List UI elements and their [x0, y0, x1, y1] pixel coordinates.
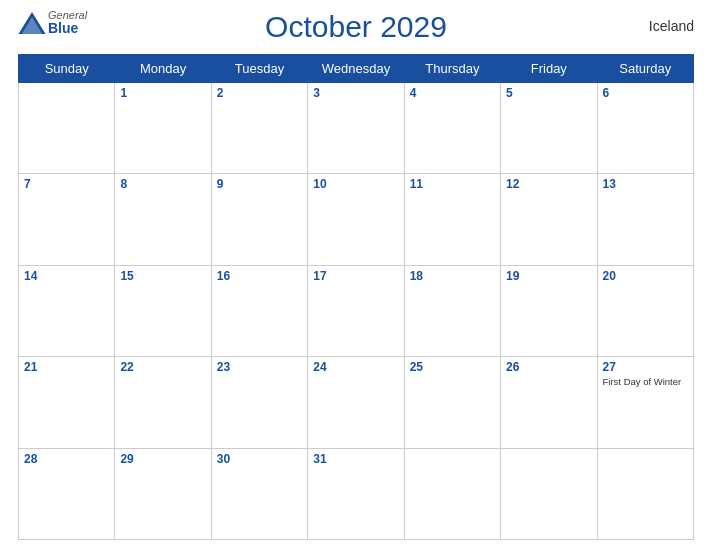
day-number: 10 [313, 177, 326, 191]
calendar-cell [19, 83, 115, 174]
day-number: 14 [24, 269, 37, 283]
calendar-cell: 10 [308, 174, 404, 265]
calendar-cell: 5 [501, 83, 597, 174]
calendar-table: Sunday Monday Tuesday Wednesday Thursday… [18, 54, 694, 540]
calendar-cell: 9 [211, 174, 307, 265]
calendar-cell: 28 [19, 448, 115, 539]
day-number: 17 [313, 269, 326, 283]
country-label: Iceland [649, 18, 694, 34]
col-thursday: Thursday [404, 55, 500, 83]
calendar-cell: 26 [501, 357, 597, 448]
calendar-cell: 12 [501, 174, 597, 265]
day-number: 9 [217, 177, 224, 191]
calendar-cell [404, 448, 500, 539]
calendar-week-row: 14151617181920 [19, 265, 694, 356]
day-number: 13 [603, 177, 616, 191]
calendar-cell [501, 448, 597, 539]
day-number: 26 [506, 360, 519, 374]
day-number: 23 [217, 360, 230, 374]
day-number: 24 [313, 360, 326, 374]
day-number: 4 [410, 86, 417, 100]
col-saturday: Saturday [597, 55, 693, 83]
calendar-cell: 21 [19, 357, 115, 448]
calendar-week-row: 21222324252627First Day of Winter [19, 357, 694, 448]
calendar-cell: 14 [19, 265, 115, 356]
calendar-cell: 20 [597, 265, 693, 356]
day-number: 11 [410, 177, 423, 191]
calendar-cell: 16 [211, 265, 307, 356]
logo: General Blue [18, 10, 87, 35]
calendar-cell [597, 448, 693, 539]
calendar-cell: 17 [308, 265, 404, 356]
day-number: 1 [120, 86, 127, 100]
day-number: 31 [313, 452, 326, 466]
calendar-cell: 24 [308, 357, 404, 448]
calendar-week-row: 78910111213 [19, 174, 694, 265]
day-number: 18 [410, 269, 423, 283]
col-tuesday: Tuesday [211, 55, 307, 83]
day-number: 28 [24, 452, 37, 466]
calendar-cell: 1 [115, 83, 211, 174]
day-number: 25 [410, 360, 423, 374]
day-number: 30 [217, 452, 230, 466]
day-number: 7 [24, 177, 31, 191]
day-number: 27 [603, 360, 616, 374]
calendar-cell: 31 [308, 448, 404, 539]
calendar-cell: 18 [404, 265, 500, 356]
calendar-cell: 29 [115, 448, 211, 539]
day-number: 16 [217, 269, 230, 283]
col-friday: Friday [501, 55, 597, 83]
calendar-cell: 27First Day of Winter [597, 357, 693, 448]
calendar-cell: 15 [115, 265, 211, 356]
calendar-cell: 19 [501, 265, 597, 356]
calendar-event: First Day of Winter [603, 376, 688, 387]
day-number: 22 [120, 360, 133, 374]
day-number: 6 [603, 86, 610, 100]
calendar-cell: 7 [19, 174, 115, 265]
col-wednesday: Wednesday [308, 55, 404, 83]
day-number: 12 [506, 177, 519, 191]
col-sunday: Sunday [19, 55, 115, 83]
calendar-cell: 25 [404, 357, 500, 448]
day-number: 19 [506, 269, 519, 283]
calendar-cell: 2 [211, 83, 307, 174]
logo-blue-text: Blue [48, 21, 87, 35]
day-number: 3 [313, 86, 320, 100]
day-number: 2 [217, 86, 224, 100]
day-number: 5 [506, 86, 513, 100]
calendar-cell: 3 [308, 83, 404, 174]
calendar-cell: 23 [211, 357, 307, 448]
calendar-week-row: 28293031 [19, 448, 694, 539]
calendar-cell: 11 [404, 174, 500, 265]
calendar-header-row: Sunday Monday Tuesday Wednesday Thursday… [19, 55, 694, 83]
calendar-cell: 6 [597, 83, 693, 174]
calendar-cell: 4 [404, 83, 500, 174]
calendar-week-row: 123456 [19, 83, 694, 174]
calendar-title: October 2029 [265, 10, 447, 44]
col-monday: Monday [115, 55, 211, 83]
calendar-cell: 30 [211, 448, 307, 539]
calendar-cell: 8 [115, 174, 211, 265]
day-number: 20 [603, 269, 616, 283]
day-number: 15 [120, 269, 133, 283]
day-number: 29 [120, 452, 133, 466]
calendar-cell: 22 [115, 357, 211, 448]
calendar-cell: 13 [597, 174, 693, 265]
day-number: 8 [120, 177, 127, 191]
day-number: 21 [24, 360, 37, 374]
